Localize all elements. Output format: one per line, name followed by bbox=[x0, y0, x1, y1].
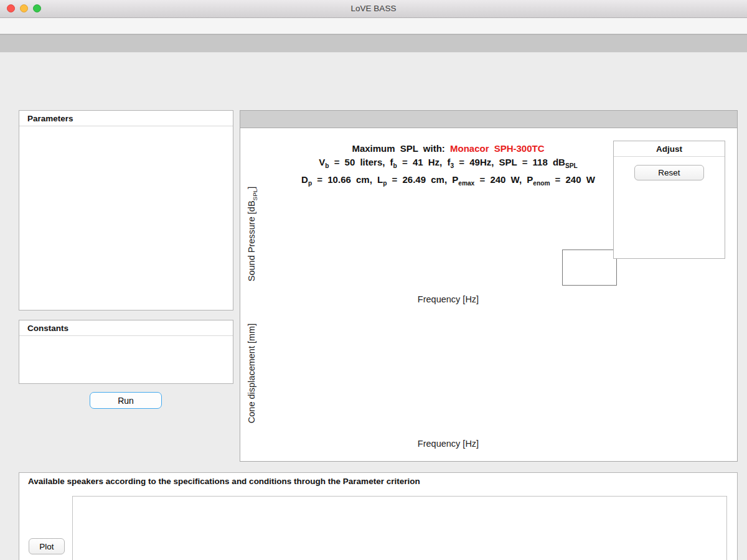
menubar bbox=[0, 18, 747, 34]
chart-title-line3: Dp = 10.66 cm, Lp = 26.49 cm, Pemax = 24… bbox=[280, 173, 616, 190]
zoom-window-button[interactable] bbox=[33, 4, 41, 12]
adjust-panel: Adjust Reset bbox=[613, 141, 725, 259]
plot-button[interactable]: Plot bbox=[29, 538, 65, 554]
titlebar: LoVE BASS bbox=[0, 0, 747, 18]
constants-panel: Constants bbox=[19, 320, 233, 384]
speakers-title: Available speakers according to the spec… bbox=[19, 473, 737, 489]
chart-title-speaker: Monacor SPH-300TC bbox=[450, 143, 545, 154]
chart-title-prefix: Maximum SPL with: bbox=[352, 143, 450, 154]
chart-legend bbox=[562, 250, 617, 286]
main-tabstrip bbox=[0, 34, 747, 53]
content-area: Parameters Constants Run Maximum SPL wit… bbox=[0, 52, 747, 560]
minimize-window-button[interactable] bbox=[20, 4, 28, 12]
speakers-panel: Available speakers according to the spec… bbox=[19, 472, 738, 560]
spl-x-axis-label: Frequency [Hz] bbox=[386, 294, 510, 304]
close-window-button[interactable] bbox=[7, 4, 15, 12]
speakers-table-container[interactable] bbox=[72, 496, 727, 560]
parameters-panel: Parameters bbox=[19, 110, 233, 310]
chart-title-line2: Vb = 50 liters, fb = 41 Hz, f3 = 49Hz, S… bbox=[280, 156, 616, 173]
spl-y-axis-label: Sound Pressure [dBSPL] bbox=[247, 172, 258, 296]
chart-title-line1: Maximum SPL with: Monacor SPH-300TC bbox=[280, 142, 616, 156]
displacement-y-axis-label: Cone displacement [mm] bbox=[247, 311, 258, 436]
parameters-title: Parameters bbox=[19, 111, 233, 126]
chart-title-block: Maximum SPL with: Monacor SPH-300TC Vb =… bbox=[280, 142, 616, 190]
constants-title: Constants bbox=[19, 320, 233, 336]
traffic-lights bbox=[7, 4, 41, 12]
reset-button[interactable]: Reset bbox=[634, 165, 704, 180]
displacement-x-axis-label: Frequency [Hz] bbox=[386, 439, 510, 449]
adjust-title: Adjust bbox=[614, 141, 725, 157]
chart-tabstrip bbox=[240, 111, 737, 128]
window-title: LoVE BASS bbox=[0, 0, 747, 17]
run-button[interactable]: Run bbox=[90, 392, 162, 409]
